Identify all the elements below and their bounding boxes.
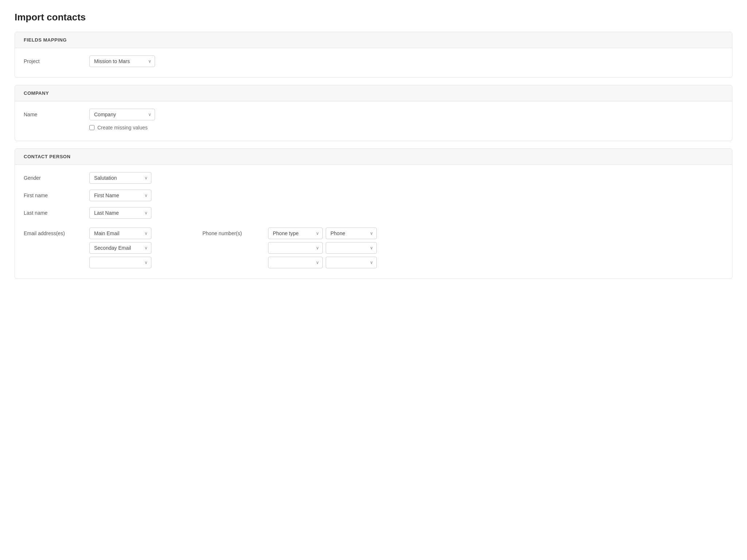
last-name-select-wrapper: Last Name Surname Family Name: [89, 207, 151, 219]
project-label: Project: [24, 55, 89, 64]
company-header: COMPANY: [15, 85, 732, 101]
phone-type-1-select[interactable]: Phone type Mobile Work Home: [268, 228, 323, 239]
last-name-label: Last name: [24, 207, 89, 216]
phone-type-3-wrapper: Mobile Work: [268, 257, 323, 268]
page-title: Import contacts: [15, 12, 732, 23]
contact-person-section: CONTACT PERSON Gender Salutation Mr Ms D…: [15, 148, 732, 279]
first-name-select-wrapper: First Name Given Name: [89, 190, 151, 201]
company-name-field-row: Name Company Organization Firm Create mi…: [24, 109, 723, 131]
phone-type-3-select[interactable]: Mobile Work: [268, 257, 323, 268]
create-missing-label[interactable]: Create missing values: [97, 125, 148, 131]
last-name-field-row: Last name Last Name Surname Family Name: [24, 207, 723, 219]
phone-section: Phone number(s) Phone type Mobile Work H…: [202, 228, 377, 268]
phone-type-2-wrapper: Mobile Work: [268, 242, 323, 254]
project-field-row: Project Mission to Mars Other Project: [24, 55, 723, 67]
phone-3-select[interactable]: Mobile Work Phone: [326, 257, 377, 268]
company-name-label: Name: [24, 109, 89, 117]
company-name-select-wrapper: Company Organization Firm: [89, 109, 155, 120]
last-name-select[interactable]: Last Name Surname Family Name: [89, 207, 151, 219]
first-name-select[interactable]: First Name Given Name: [89, 190, 151, 201]
email-3-select[interactable]: Work Email Personal Email: [89, 257, 151, 268]
fields-mapping-header: FIELDS MAPPING: [15, 32, 732, 48]
phone-1-select[interactable]: Phone Mobile Work Phone: [326, 228, 377, 239]
phone-type-1-wrapper: Phone type Mobile Work Home: [268, 228, 323, 239]
phone-2-wrapper: Mobile Work Phone: [326, 242, 377, 254]
email-2-select-wrapper: Seconday Email Work Email Personal Email: [89, 242, 151, 254]
create-missing-checkbox[interactable]: [89, 125, 94, 130]
company-name-select[interactable]: Company Organization Firm: [89, 109, 155, 120]
email-group: Main Email Work Email Personal Email Sec…: [89, 228, 151, 268]
first-name-label: First name: [24, 190, 89, 198]
gender-label: Gender: [24, 172, 89, 181]
gender-select-wrapper: Salutation Mr Ms Dr: [89, 172, 151, 184]
phone-1-wrapper: Phone Mobile Work Phone: [326, 228, 377, 239]
project-select[interactable]: Mission to Mars Other Project: [89, 55, 155, 67]
project-select-wrapper: Mission to Mars Other Project: [89, 55, 155, 67]
email-phone-section: Email address(es) Main Email Work Email …: [24, 228, 723, 268]
company-section: COMPANY Name Company Organization Firm C…: [15, 85, 732, 141]
create-missing-row: Create missing values: [89, 125, 155, 131]
company-name-controls: Company Organization Firm Create missing…: [89, 109, 155, 131]
contact-person-header: CONTACT PERSON: [15, 149, 732, 165]
email-1-select-wrapper: Main Email Work Email Personal Email: [89, 228, 151, 239]
fields-mapping-section: FIELDS MAPPING Project Mission to Mars O…: [15, 32, 732, 78]
company-body: Name Company Organization Firm Create mi…: [15, 101, 732, 141]
contact-person-body: Gender Salutation Mr Ms Dr First name Fi…: [15, 165, 732, 279]
gender-select[interactable]: Salutation Mr Ms Dr: [89, 172, 151, 184]
phone-type-2-select[interactable]: Mobile Work: [268, 242, 323, 254]
phone-3-wrapper: Mobile Work Phone: [326, 257, 377, 268]
email-3-select-wrapper: Work Email Personal Email: [89, 257, 151, 268]
gender-field-row: Gender Salutation Mr Ms Dr: [24, 172, 723, 184]
phone-2-select[interactable]: Mobile Work Phone: [326, 242, 377, 254]
phone-row-3: Mobile Work Mobile Work Phone: [268, 257, 377, 268]
phone-row-2: Mobile Work Mobile Work Phone: [268, 242, 377, 254]
email-1-select[interactable]: Main Email Work Email Personal Email: [89, 228, 151, 239]
phone-group: Phone type Mobile Work Home Phone Mobile…: [268, 228, 377, 268]
email-label: Email address(es): [24, 228, 89, 236]
phone-row-1: Phone type Mobile Work Home Phone Mobile…: [268, 228, 377, 239]
fields-mapping-body: Project Mission to Mars Other Project: [15, 48, 732, 77]
phone-label: Phone number(s): [202, 228, 268, 236]
first-name-field-row: First name First Name Given Name: [24, 190, 723, 201]
email-section: Email address(es) Main Email Work Email …: [24, 228, 151, 268]
email-2-select[interactable]: Seconday Email Work Email Personal Email: [89, 242, 151, 254]
